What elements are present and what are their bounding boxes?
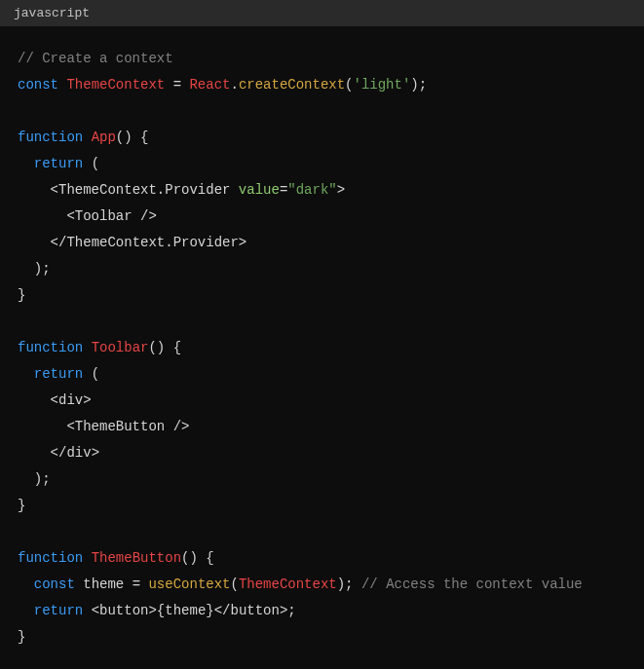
code-token: ThemeContext.Provider (66, 235, 238, 250)
language-tab[interactable]: javascript (14, 6, 90, 20)
code-token: . (230, 77, 238, 93)
code-token: } (18, 287, 25, 303)
code-token: button (99, 603, 148, 618)
code-token: ); (337, 576, 361, 592)
code-token: Toolbar (92, 340, 149, 355)
code-token: button (230, 603, 279, 618)
code-token: < (18, 419, 75, 434)
code-token: ); (18, 261, 51, 277)
code-token: ThemeButton (92, 550, 181, 566)
code-token: > (92, 445, 99, 461)
code-token: function (18, 550, 92, 566)
code-token (18, 603, 34, 618)
code-token: ThemeButton (75, 419, 165, 434)
code-token: () { (181, 550, 214, 566)
code-token: /> (133, 208, 157, 224)
code-token: useContext (148, 576, 230, 592)
code-token: < (18, 208, 75, 224)
code-token: /> (165, 419, 189, 434)
code-editor[interactable]: // Create a context const ThemeContext =… (0, 26, 644, 669)
code-token: const (18, 77, 66, 93)
code-token: >; (280, 603, 296, 618)
code-token: = (165, 77, 189, 93)
code-token: // Access the context value (361, 576, 583, 592)
code-token: "dark" (287, 182, 336, 198)
code-token: </ (18, 235, 66, 250)
code-token: React (189, 77, 230, 93)
code-token: // Create a context (18, 51, 173, 66)
code-token: ); (410, 77, 427, 93)
tab-bar: javascript (0, 0, 644, 26)
code-token: < (83, 603, 99, 618)
code-token: 'light' (354, 77, 411, 93)
code-token: theme (83, 576, 124, 592)
code-token: function (18, 340, 92, 355)
code-token: return (34, 366, 83, 382)
code-token: < (18, 392, 58, 408)
code-token: ( (230, 576, 238, 592)
code-token: ( (83, 156, 99, 171)
code-token: > (83, 392, 91, 408)
code-token: > (239, 235, 246, 250)
code-token: < (18, 182, 58, 198)
code-token: const (34, 576, 75, 592)
code-token: Toolbar (75, 208, 133, 224)
code-token: App (92, 130, 116, 145)
code-token: } (18, 498, 25, 513)
code-token (75, 576, 83, 592)
code-token: ThemeContext (239, 576, 337, 592)
code-token: function (18, 130, 92, 145)
code-token: ThemeContext (66, 77, 165, 93)
code-token: () { (148, 340, 181, 355)
code-token: () { (116, 130, 149, 145)
code-token: value (239, 182, 280, 198)
code-token: ThemeContext.Provider (58, 182, 230, 198)
code-token (230, 182, 238, 198)
code-token (18, 366, 34, 382)
code-token: ( (345, 77, 353, 93)
code-token: ); (18, 471, 51, 487)
code-token: return (34, 603, 83, 618)
code-token: >{theme}</ (148, 603, 230, 618)
code-token: > (337, 182, 345, 198)
code-token: return (34, 156, 83, 171)
code-token (18, 156, 34, 171)
code-token: createContext (239, 77, 345, 93)
code-token: ( (83, 366, 99, 382)
code-token: = (124, 576, 148, 592)
code-token: div (58, 392, 83, 408)
code-token: </ (18, 445, 66, 461)
code-token: div (66, 445, 91, 461)
code-token (18, 576, 34, 592)
code-token: } (18, 629, 25, 645)
code-content: // Create a context const ThemeContext =… (18, 46, 626, 650)
